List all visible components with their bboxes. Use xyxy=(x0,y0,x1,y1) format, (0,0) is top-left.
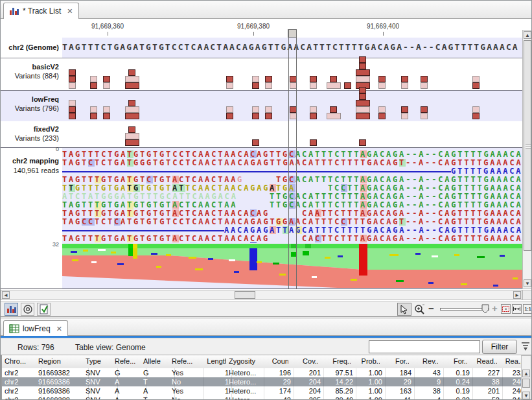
variant-marker[interactable] xyxy=(356,69,370,76)
variant-marker[interactable] xyxy=(421,106,428,113)
variant-marker[interactable] xyxy=(265,113,272,119)
tab-track-close-icon[interactable]: ✕ xyxy=(67,7,73,16)
read-row[interactable]: TAGCCTCTCATGTGTGTCCTCAACTAACAGAGTGGAACAT… xyxy=(62,218,522,226)
variant-marker[interactable] xyxy=(359,56,366,63)
scroll-down-icon[interactable]: ▼ xyxy=(522,392,530,399)
variant-marker[interactable] xyxy=(359,93,366,100)
variant-marker[interactable] xyxy=(252,113,259,119)
variant-marker[interactable] xyxy=(252,139,259,146)
variant-marker[interactable] xyxy=(90,82,97,89)
zoom-out-button[interactable]: − xyxy=(428,303,437,314)
variant-marker[interactable] xyxy=(69,113,76,119)
variant-marker[interactable] xyxy=(125,106,139,113)
variant-marker[interactable] xyxy=(472,82,480,89)
tab-lowfreq-close-icon[interactable]: ✕ xyxy=(56,325,62,333)
scroll-right-icon[interactable]: ► xyxy=(513,291,521,299)
variant-marker[interactable] xyxy=(103,82,110,89)
filter-input[interactable] xyxy=(369,340,480,353)
read-row[interactable]: TAGTTTCTGATGTGTGTCCTCAACTAACACAGTTGCACAT… xyxy=(62,150,522,159)
variant-marker[interactable] xyxy=(356,76,370,82)
track-vscrollbar-thumb[interactable] xyxy=(524,40,531,251)
track-label-fixedV2[interactable]: fixedV2 xyxy=(1,125,59,133)
variant-marker[interactable] xyxy=(401,82,408,89)
variant-marker[interactable] xyxy=(421,113,428,119)
variant-marker[interactable] xyxy=(401,113,408,119)
variant-marker[interactable] xyxy=(125,82,139,89)
read-row[interactable]: TAGTTTGTGATGTGTGTACTCAACTAACACAGCAATTCTT… xyxy=(62,209,522,218)
variant-marker[interactable] xyxy=(90,113,97,119)
variant-marker[interactable] xyxy=(421,76,428,82)
track-label-basicV2[interactable]: basicV2 xyxy=(1,63,59,71)
read-row[interactable]: TTGTTTGTGATGTGTGTATTCAACTAACAGAGATGATCCT… xyxy=(62,184,522,193)
read-row[interactable]: TAGTTTGTGATGTGTGTACTCAACTAACACAGCACTTCTT… xyxy=(62,235,522,243)
read-row[interactable]: AACAGAGATTAGCATTTCTTTTGACAGA--A--CAGTTTT… xyxy=(62,226,522,235)
table-vscrollbar[interactable]: ▲ ▼ xyxy=(521,355,531,400)
genome-sequence[interactable]: TAGTTTCTGAGATGTGTCCTCAACTAACAGAGTTGAACAT… xyxy=(62,42,522,53)
variant-marker[interactable] xyxy=(359,87,366,93)
zoom-100-button[interactable]: 1:1 xyxy=(523,304,532,314)
variant-marker[interactable] xyxy=(327,82,341,89)
variant-marker[interactable] xyxy=(472,113,480,119)
read-row[interactable]: TAGTTTGTGATGTCTGTACTCAACTAAGTGCACATTTCTT… xyxy=(62,176,522,184)
filter-options-toggle[interactable] xyxy=(520,340,531,355)
variant-marker[interactable] xyxy=(125,113,139,119)
variant-marker[interactable] xyxy=(125,133,139,139)
track-label-mapping[interactable]: chr2 mapping xyxy=(1,157,59,165)
variant-marker[interactable] xyxy=(327,113,341,119)
variant-marker[interactable] xyxy=(378,113,386,119)
zoom-in-tool[interactable] xyxy=(413,303,426,315)
variant-marker[interactable] xyxy=(330,76,337,82)
read-row[interactable]: GTTTTGAAACA xyxy=(62,167,522,176)
scroll-left-icon[interactable]: ◄ xyxy=(2,291,10,299)
variant-marker[interactable] xyxy=(69,106,76,113)
variant-marker[interactable] xyxy=(252,106,259,113)
variant-marker[interactable] xyxy=(69,82,76,89)
variant-marker[interactable] xyxy=(226,113,233,119)
table-row[interactable]: chr291669388SNVATNo1Hetero...4220520.491… xyxy=(2,395,521,400)
variant-marker[interactable] xyxy=(310,76,317,82)
variant-marker[interactable] xyxy=(265,82,272,89)
read-row[interactable]: ATCTATGGGATGTTTGCATTCAAGACATTGCACATTTCTT… xyxy=(62,193,522,201)
read-row[interactable]: TAGTTTGTGATGTGTGTACTCAACTAATTGCACATTTCTT… xyxy=(62,201,522,209)
variant-marker[interactable] xyxy=(310,106,317,113)
pointer-tool-button[interactable] xyxy=(397,303,411,316)
variant-marker[interactable] xyxy=(125,139,139,146)
track-vscrollbar[interactable]: ▲ ▼ xyxy=(522,30,532,289)
variant-marker[interactable] xyxy=(378,82,386,89)
variant-marker[interactable] xyxy=(69,100,76,106)
variant-marker[interactable] xyxy=(310,113,317,119)
variant-marker[interactable] xyxy=(401,106,408,113)
zoom-selection-button[interactable] xyxy=(501,304,511,314)
variant-marker[interactable] xyxy=(69,69,76,76)
variant-marker[interactable] xyxy=(265,106,272,113)
variant-marker[interactable] xyxy=(226,106,233,113)
variant-marker[interactable] xyxy=(226,82,233,89)
variant-marker[interactable] xyxy=(103,106,110,113)
variant-marker[interactable] xyxy=(252,82,259,89)
variant-marker[interactable] xyxy=(128,100,135,106)
zoom-in-button[interactable]: + xyxy=(492,303,501,314)
circular-view-button[interactable] xyxy=(21,303,34,316)
variant-marker[interactable] xyxy=(344,82,351,89)
variant-marker[interactable] xyxy=(265,76,272,82)
variant-marker[interactable] xyxy=(401,76,408,82)
report-view-button[interactable] xyxy=(37,303,51,316)
filter-button[interactable]: Filter xyxy=(482,340,517,354)
variant-marker[interactable] xyxy=(103,113,110,119)
variant-marker[interactable] xyxy=(472,76,480,82)
variant-marker[interactable] xyxy=(356,100,370,106)
variant-marker[interactable] xyxy=(330,106,337,113)
variant-marker[interactable] xyxy=(356,113,370,119)
variant-marker[interactable] xyxy=(226,76,233,82)
table-vscrollbar-thumb[interactable] xyxy=(522,379,530,388)
scroll-up-icon[interactable]: ▲ xyxy=(524,31,531,39)
track-list-view-button[interactable] xyxy=(5,303,18,316)
variant-marker[interactable] xyxy=(359,139,366,146)
scroll-up-icon[interactable]: ▲ xyxy=(522,370,530,377)
zoom-slider-thumb[interactable] xyxy=(481,304,489,316)
scroll-down-icon[interactable]: ▼ xyxy=(524,279,531,287)
table-row[interactable]: chr291669386SNVAAYes1Hetero...17420485.2… xyxy=(2,386,521,395)
variant-marker[interactable] xyxy=(378,106,386,113)
variant-marker[interactable] xyxy=(90,106,97,113)
variant-marker[interactable] xyxy=(356,106,370,113)
